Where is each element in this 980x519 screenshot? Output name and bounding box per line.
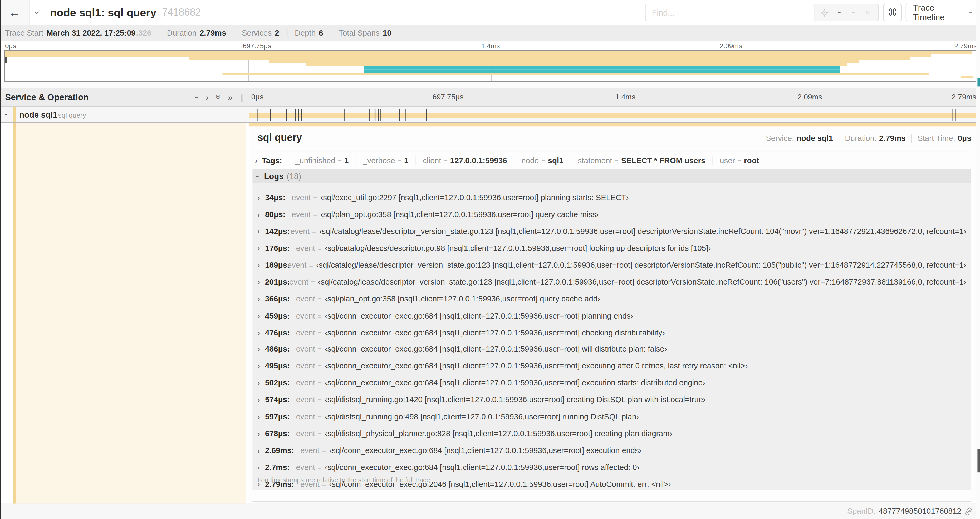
span-bar-track[interactable] [249, 107, 979, 123]
log-field-key: event [296, 463, 315, 471]
chevron-down-icon[interactable]: › [3, 113, 10, 116]
scrollbar[interactable] [975, 0, 980, 519]
log-row[interactable]: ›495μs:event=‹sql/conn_executor_exec.go:… [258, 358, 966, 375]
keyboard-shortcuts-button[interactable]: ⌘ [883, 4, 902, 21]
selected-span-highlight [16, 123, 245, 503]
detail-bottom-border [252, 501, 971, 501]
trace-collapse-toggle[interactable]: › [37, 0, 40, 25]
chevron-down-icon: › [967, 11, 975, 14]
view-select-label: Trace Timeline [913, 3, 966, 22]
log-marker-tick [374, 109, 374, 121]
scrollbar-teal-marker [977, 78, 980, 86]
expand-all-icon[interactable]: » [228, 92, 232, 102]
tags-section[interactable]: › Tags: _unfinished=1_verbose=1client=12… [255, 155, 971, 167]
log-timestamp: 189μs: [265, 261, 281, 270]
log-field-value: ‹sql/conn_executor_exec.go:684 [nsql1,cl… [325, 463, 640, 471]
minimap-span-bar [306, 63, 847, 66]
log-field-value: ‹sql/catalog/descs/descriptor.go:98 [nsq… [325, 244, 711, 252]
log-row[interactable]: ›476μs:event=‹sql/conn_executor_exec.go:… [258, 324, 966, 341]
log-row[interactable]: ›486μs:event=‹sql/conn_executor_exec.go:… [258, 341, 966, 358]
log-marker-tick [399, 109, 399, 121]
log-row[interactable]: ›678μs:event=‹sql/distsql_physical_plann… [258, 425, 966, 442]
log-row[interactable]: ›574μs:event=‹sql/distsql_running.go:142… [258, 391, 966, 408]
log-row[interactable]: ›366μs:event=‹sql/plan_opt.go:358 [nsql1… [258, 291, 966, 308]
log-timestamp: 597μs: [265, 412, 290, 421]
chevron-right-icon: › [255, 156, 258, 165]
log-field-key: event [296, 396, 315, 404]
log-marker-tick [426, 109, 427, 121]
equals-sign: = [318, 329, 322, 336]
span-row-node-sql1[interactable]: › node sql1 sql query [0, 107, 980, 123]
log-row[interactable]: ›2.69ms:event=‹sql/conn_executor_exec.go… [258, 442, 966, 459]
root-span-bar[interactable] [249, 112, 977, 117]
expand-one-icon[interactable]: › [206, 92, 208, 102]
back-button[interactable]: ← [0, 0, 30, 25]
log-field-value: ‹sql/conn_executor_exec.go:684 [nsql1,cl… [325, 328, 665, 337]
chevron-right-icon: › [258, 278, 260, 286]
log-row[interactable]: ›176μs:event=‹sql/catalog/descs/descript… [258, 240, 966, 257]
logs-section-header[interactable]: › Logs (18) [252, 169, 971, 184]
timeline-minimap[interactable] [5, 50, 978, 82]
collapse-one-icon[interactable]: › [192, 96, 202, 98]
log-row[interactable]: ›80μs:event=‹sql/plan_opt.go:358 [nsql1,… [258, 206, 966, 224]
view-select-button[interactable]: Trace Timeline › [906, 4, 980, 21]
trace-meta-item: Depth6 [287, 29, 331, 37]
log-field-key: event [291, 227, 310, 236]
trace-meta-label: Depth [295, 29, 316, 37]
log-row[interactable]: ›142μs:event=‹sql/catalog/lease/descript… [258, 223, 966, 240]
scrollbar-thumb[interactable] [977, 449, 980, 472]
log-marker-tick [286, 109, 286, 121]
log-timestamp: 2.7ms: [265, 463, 290, 471]
span-service-name: node sql1 [19, 110, 57, 120]
find-input[interactable] [652, 8, 813, 18]
locate-span-icon[interactable] [820, 8, 829, 17]
tag-item[interactable]: statement=SELECT * FROM users [571, 156, 713, 165]
log-row[interactable]: ›597μs:event=‹sql/distsql_running.go:498… [258, 408, 966, 425]
minimap-span-bar [364, 66, 840, 69]
window-left-edge [0, 0, 1, 519]
tag-item[interactable]: user=root [713, 156, 766, 165]
chevron-right-icon: › [258, 446, 260, 455]
chevron-down-icon: › [254, 175, 262, 177]
timeline-tick-label: 0μs [251, 93, 263, 101]
log-row[interactable]: ›201μs:event=‹sql/catalog/lease/descript… [258, 274, 966, 291]
tag-item[interactable]: _unfinished=1 [288, 156, 356, 165]
prev-result-icon[interactable]: › [835, 8, 843, 17]
chevron-right-icon: › [258, 412, 260, 421]
trace-meta-label: Duration [167, 29, 197, 37]
collapse-all-icon[interactable]: » [214, 95, 223, 99]
log-row[interactable]: ›502μs:event=‹sql/conn_executor_exec.go:… [258, 375, 966, 391]
log-timestamp: 366μs: [265, 295, 290, 303]
log-row[interactable]: ›189μs:event=‹sql/catalog/lease/descript… [258, 257, 966, 274]
tag-item[interactable]: node=sql1 [514, 156, 571, 165]
timeline-tick-label: 2.79ms [951, 93, 976, 101]
tag-key: statement [578, 156, 612, 165]
tag-value: 127.0.0.1:59936 [450, 156, 507, 165]
equals-sign: = [398, 157, 401, 164]
trace-meta-item: Duration2.79ms [159, 29, 234, 37]
chevron-right-icon: › [258, 261, 260, 270]
tag-value: SELECT * FROM users [621, 156, 705, 165]
minimap-tick-labels: 0μs697.75μs1.4ms2.09ms2.79ms [0, 42, 980, 50]
tag-item[interactable]: _verbose=1 [356, 156, 416, 165]
clear-find-icon[interactable]: × [864, 8, 872, 17]
log-field-key: event [296, 429, 315, 438]
service-operation-header: Service & Operation › › » » [0, 88, 246, 106]
column-resize-grip[interactable] [241, 94, 246, 102]
log-row[interactable]: ›2.7ms:event=‹sql/conn_executor_exec.go:… [258, 459, 966, 476]
log-field-value: ‹sql/plan_opt.go:358 [nsql1,client=127.0… [320, 211, 599, 219]
log-timestamp: 502μs: [265, 379, 290, 387]
equals-sign: = [541, 157, 545, 164]
deep-link-icon[interactable] [964, 507, 973, 515]
timeline-tick-label: 697.75μs [433, 93, 464, 101]
tag-item[interactable]: client=127.0.0.1:59936 [416, 156, 514, 165]
log-marker-tick [405, 109, 406, 121]
log-timestamp: 495μs: [265, 362, 290, 370]
minimap-tick-label: 2.79ms [954, 42, 977, 50]
log-timestamp: 678μs: [265, 429, 290, 438]
minimap-gap [0, 82, 980, 88]
log-row[interactable]: ›459μs:event=‹sql/conn_executor_exec.go:… [258, 307, 966, 324]
log-row[interactable]: ›34μs:event=‹sql/exec_util.go:2297 [nsql… [258, 190, 966, 206]
chevron-right-icon: › [258, 311, 260, 320]
next-result-icon[interactable]: › [849, 8, 858, 17]
